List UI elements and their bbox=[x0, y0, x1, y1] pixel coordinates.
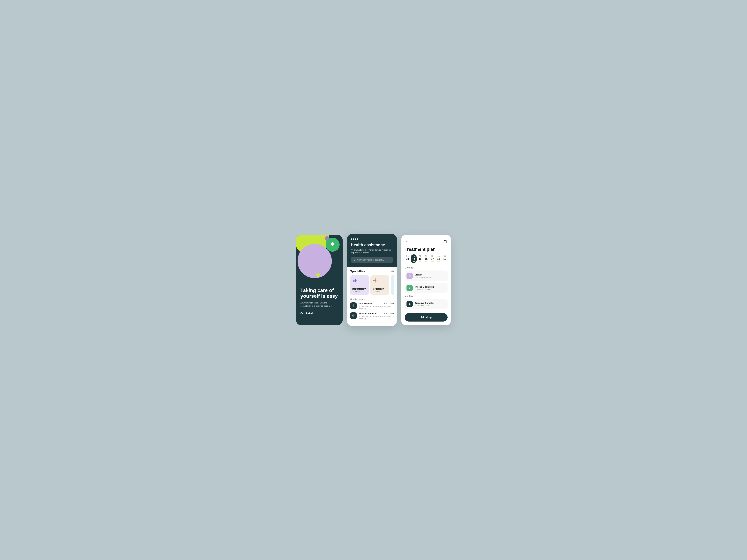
digestive-info: Digestive Complex 6 drops after lunch bbox=[415, 302, 443, 306]
specialty-card-partial[interactable]: ✚ bbox=[391, 275, 394, 295]
uronox-dose: 2 tab before breakfast bbox=[415, 276, 443, 278]
specialty-card-dermatology[interactable]: Dermatology 12 doctors bbox=[350, 275, 369, 295]
uronox-chevron-icon: › bbox=[445, 274, 446, 277]
get-started-underline bbox=[300, 316, 308, 316]
thorne-dose: 1 caps after breakfast bbox=[415, 288, 443, 290]
hospitals-section-title: Hospital near you bbox=[350, 298, 394, 300]
health-assistance-header: Health assistance We always have a docto… bbox=[347, 234, 397, 267]
dermatology-count: 12 doctors bbox=[352, 291, 367, 292]
day-su-dot bbox=[443, 261, 446, 262]
svg-rect-14 bbox=[444, 240, 446, 243]
virusology-count: 4 doctors bbox=[372, 291, 387, 292]
dot-1 bbox=[351, 238, 352, 240]
search-icon bbox=[353, 259, 356, 261]
thorne-icon bbox=[407, 285, 413, 291]
specialties-list: Dermatology 12 doctors bbox=[350, 275, 394, 295]
gsh-hours: 9 AM - 6 PM bbox=[384, 303, 394, 304]
day-su[interactable]: SU 19 bbox=[442, 254, 447, 263]
specialties-header: Specialties All › bbox=[350, 270, 394, 273]
drug-card-thorne[interactable]: Thorne B-complex 1 caps after breakfast … bbox=[405, 283, 447, 293]
dot-4 bbox=[357, 238, 358, 240]
back-button[interactable]: ← bbox=[405, 239, 410, 244]
rollcare-tags: Family medicine, Dermatology, Cardiology… bbox=[359, 315, 394, 320]
thorne-chevron-icon: › bbox=[445, 287, 446, 289]
rollcare-hospital-info: Rollcare Medicine 9 AM - 6 PM Family med… bbox=[359, 312, 394, 320]
gsh-name: GSH Medical bbox=[359, 302, 372, 305]
screen-onboarding: Taking care of yourself is easy Any trea… bbox=[296, 235, 343, 326]
day-we-dot bbox=[419, 261, 421, 262]
screens-container: Taking care of yourself is easy Any trea… bbox=[280, 234, 467, 326]
uronox-info: Uronox 2 tab before breakfast bbox=[415, 273, 443, 278]
rollcare-hours: 9 AM - 6 PM bbox=[384, 313, 394, 315]
digestive-chevron-icon: › bbox=[445, 303, 446, 305]
day-sa[interactable]: SA 18 bbox=[436, 254, 441, 263]
search-input: Search by name or specialty... bbox=[357, 259, 384, 261]
onboarding-title: Taking care of yourself is easy bbox=[300, 288, 338, 299]
partial-icon: ✚ bbox=[393, 279, 394, 283]
svg-point-23 bbox=[409, 288, 410, 288]
search-bar[interactable]: Search by name or specialty... bbox=[351, 257, 393, 263]
calendar-icon-button[interactable] bbox=[443, 239, 447, 244]
day-th-dot bbox=[425, 261, 428, 262]
onboarding-graphics bbox=[296, 235, 343, 284]
rollcare-name: Rollcare Medicine bbox=[359, 312, 377, 315]
see-all-button[interactable]: All › bbox=[391, 270, 394, 272]
specialties-title: Specialties bbox=[350, 270, 365, 273]
health-assistance-content: Specialties All › Dermatolo bbox=[347, 267, 397, 326]
day-we[interactable]: WE 15 bbox=[417, 254, 423, 263]
digestive-dose: 6 drops after lunch bbox=[415, 304, 443, 306]
add-drug-button[interactable]: Add drug bbox=[405, 313, 447, 322]
health-assistance-title: Health assistance bbox=[351, 242, 393, 247]
day-sa-dot bbox=[437, 261, 440, 262]
get-started-button[interactable]: Get started bbox=[300, 312, 338, 316]
thorne-name: Thorne B-complex bbox=[415, 286, 443, 288]
gsh-tags: Family medicine, Dermatology, Cardiology… bbox=[359, 305, 394, 310]
gsh-hospital-icon bbox=[350, 302, 357, 309]
dot-2 bbox=[353, 238, 354, 240]
app-dots-icon bbox=[351, 238, 393, 240]
dermatology-name: Dermatology bbox=[352, 288, 367, 290]
screen-health-assistance: Health assistance We always have a docto… bbox=[347, 234, 397, 326]
virusology-name: Virusology bbox=[372, 288, 387, 290]
treatment-plan-header: ← bbox=[405, 239, 447, 244]
day-th[interactable]: TH 16 bbox=[423, 254, 429, 263]
day-tu[interactable]: TU 14 bbox=[411, 254, 417, 263]
digestive-name: Digestive Complex bbox=[415, 302, 443, 304]
drug-card-digestive[interactable]: Digestive Complex 6 drops after lunch › bbox=[405, 299, 447, 310]
hospital-item-gsh[interactable]: GSH Medical 9 AM - 6 PM Family medicine,… bbox=[350, 302, 394, 310]
drug-card-uronox[interactable]: Uronox 2 tab before breakfast › bbox=[405, 270, 447, 281]
screen-treatment-plan: ← Treatment plan MO 13 TU 14 bbox=[401, 235, 451, 325]
uronox-icon bbox=[407, 273, 413, 279]
dermatology-icon bbox=[352, 278, 358, 283]
digestive-icon bbox=[407, 301, 413, 307]
specialty-card-virusology[interactable]: Virusology 4 doctors bbox=[370, 275, 389, 295]
day-mo-dot bbox=[406, 261, 409, 262]
hospital-item-rollcare[interactable]: Rollcare Medicine 9 AM - 6 PM Family med… bbox=[350, 312, 394, 320]
treatment-plan-title: Treatment plan bbox=[405, 247, 447, 252]
purple-circle-shape bbox=[298, 244, 332, 278]
svg-point-26 bbox=[409, 304, 410, 305]
svg-point-10 bbox=[375, 280, 376, 281]
week-calendar: MO 13 TU 14 WE 15 TH 16 FR 17 bbox=[405, 254, 447, 263]
rollcare-hospital-icon bbox=[350, 312, 357, 319]
gsh-name-row: GSH Medical 9 AM - 6 PM bbox=[359, 302, 394, 305]
virusology-icon bbox=[372, 278, 378, 283]
svg-point-0 bbox=[354, 259, 355, 260]
midday-section-label: Mid-Day bbox=[405, 295, 447, 297]
morning-section-label: Morning bbox=[405, 266, 447, 269]
day-fr-dot bbox=[431, 261, 434, 262]
day-fr[interactable]: FR 17 bbox=[430, 254, 435, 263]
health-assistance-subtitle: We always have a doctor on duty, so you … bbox=[351, 248, 393, 254]
onboarding-subtitle: Any treatment begins with the consultati… bbox=[300, 301, 338, 308]
gsh-hospital-info: GSH Medical 9 AM - 6 PM Family medicine,… bbox=[359, 302, 394, 310]
onboarding-content: Taking care of yourself is easy Any trea… bbox=[296, 284, 343, 319]
svg-point-13 bbox=[353, 315, 354, 316]
day-tu-dot bbox=[413, 261, 415, 262]
svg-rect-2 bbox=[353, 280, 355, 282]
svg-point-4 bbox=[356, 280, 357, 282]
day-mo[interactable]: MO 13 bbox=[405, 254, 410, 263]
rollcare-name-row: Rollcare Medicine 9 AM - 6 PM bbox=[359, 312, 394, 315]
dot-3 bbox=[355, 238, 356, 240]
uronox-name: Uronox bbox=[415, 273, 443, 276]
svg-line-1 bbox=[355, 260, 356, 261]
